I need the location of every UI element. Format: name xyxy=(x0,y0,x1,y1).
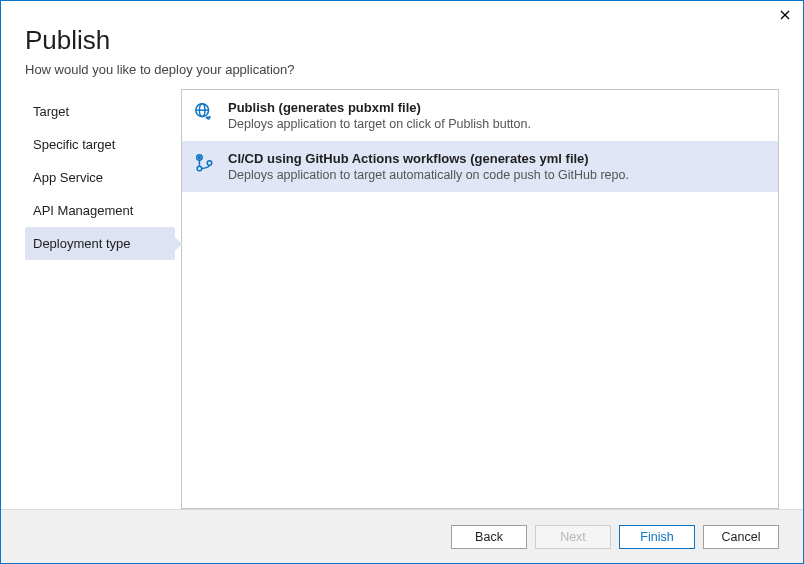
svg-point-9 xyxy=(207,161,212,166)
wizard-step-label: Target xyxy=(33,104,69,119)
option-text-block: Publish (generates pubxml file)Deploys a… xyxy=(228,100,762,131)
wizard-step-specific-target[interactable]: Specific target xyxy=(25,128,175,161)
deployment-option[interactable]: Publish (generates pubxml file)Deploys a… xyxy=(182,90,778,141)
wizard-step-target[interactable]: Target xyxy=(25,95,175,128)
dialog-subtitle: How would you like to deploy your applic… xyxy=(25,62,779,77)
wizard-step-label: App Service xyxy=(33,170,103,185)
next-button[interactable]: Next xyxy=(535,525,611,549)
finish-button[interactable]: Finish xyxy=(619,525,695,549)
wizard-step-app-service[interactable]: App Service xyxy=(25,161,175,194)
dialog-footer: Back Next Finish Cancel xyxy=(1,509,803,563)
option-title: Publish (generates pubxml file) xyxy=(228,100,762,115)
deployment-option[interactable]: CI/CD using GitHub Actions workflows (ge… xyxy=(182,141,778,192)
globe-publish-icon xyxy=(192,100,216,124)
dialog-title: Publish xyxy=(25,25,779,56)
wizard-step-label: API Management xyxy=(33,203,133,218)
wizard-step-label: Deployment type xyxy=(33,236,131,251)
wizard-step-api-management[interactable]: API Management xyxy=(25,194,175,227)
dialog-body: TargetSpecific targetApp ServiceAPI Mana… xyxy=(1,89,803,509)
option-title: CI/CD using GitHub Actions workflows (ge… xyxy=(228,151,762,166)
cicd-workflow-icon xyxy=(192,151,216,175)
wizard-steps-sidebar: TargetSpecific targetApp ServiceAPI Mana… xyxy=(25,89,175,509)
options-panel: Publish (generates pubxml file)Deploys a… xyxy=(181,89,779,509)
wizard-step-label: Specific target xyxy=(33,137,115,152)
back-button[interactable]: Back xyxy=(451,525,527,549)
wizard-step-deployment-type[interactable]: Deployment type xyxy=(25,227,175,260)
option-description: Deploys application to target on click o… xyxy=(228,117,762,131)
close-icon[interactable] xyxy=(777,7,793,23)
option-description: Deploys application to target automatica… xyxy=(228,168,762,182)
svg-point-8 xyxy=(197,166,202,171)
cancel-button[interactable]: Cancel xyxy=(703,525,779,549)
dialog-header: Publish How would you like to deploy you… xyxy=(1,1,803,89)
option-text-block: CI/CD using GitHub Actions workflows (ge… xyxy=(228,151,762,182)
publish-dialog: Publish How would you like to deploy you… xyxy=(0,0,804,564)
